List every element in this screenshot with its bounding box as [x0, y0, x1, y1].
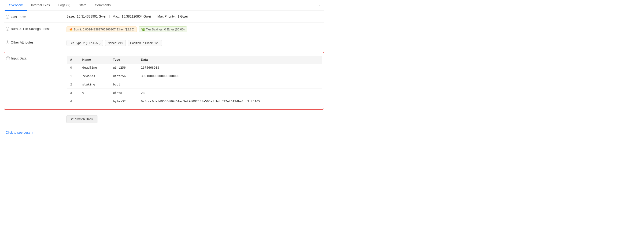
cell-index: 3	[67, 89, 79, 97]
input-data-label: ? Input Data:	[6, 56, 67, 60]
savings-badge: 🌿 Txn Savings: 0 Ether ($0.00)	[139, 26, 187, 32]
other-attributes-label: ? Other Attributes:	[6, 40, 66, 44]
input-data-table-wrapper: # Name Type Data 0 deadline uint256 1675…	[67, 56, 322, 105]
cell-name: staking	[79, 80, 110, 89]
col-header-type: Type	[110, 56, 138, 64]
gas-fees-label-text: Gas Fees:	[11, 15, 26, 19]
gas-separator-1: |	[109, 14, 110, 18]
table-row: 2 staking bool	[67, 80, 322, 89]
switch-back-button[interactable]: ↺ Switch Back	[66, 115, 98, 123]
switch-back-label: Switch Back	[75, 117, 93, 121]
tab-state[interactable]: State	[74, 0, 91, 11]
table-row: 4 r bytes32 0x8ccc6defd9530d86461ec3e29d…	[67, 97, 322, 106]
switch-back-icon: ↺	[71, 117, 74, 121]
cell-name: rewards	[79, 72, 110, 80]
gas-max-priority-label: Max Priority:	[157, 14, 176, 18]
gas-base-label: Base:	[66, 14, 75, 18]
cell-type: uint8	[110, 89, 138, 97]
burnt-fees-help-icon[interactable]: ?	[6, 27, 9, 31]
gas-fees-label: ? Gas Fees:	[6, 14, 66, 19]
other-attributes-row: ? Other Attributes: Txn Type: 2 (EIP-155…	[4, 36, 324, 50]
col-header-name: Name	[79, 56, 110, 64]
table-row: 1 rewards uint256 399100000000000000000	[67, 72, 322, 80]
input-data-help-icon[interactable]: ?	[6, 56, 10, 60]
gas-fees-help-icon[interactable]: ?	[6, 15, 9, 19]
burnt-fees-label-text: Burnt & Txn Savings Fees:	[11, 27, 50, 31]
nonce-pill: Nonce: 219	[105, 40, 126, 46]
tab-bar: Overview Internal Txns Logs (2) State Co…	[4, 0, 324, 11]
cell-data: 28	[138, 89, 322, 97]
gas-fees-row: ? Gas Fees: Base: 15.314333991 Gwei | Ma…	[4, 11, 324, 23]
cell-data: 1675668983	[138, 64, 322, 72]
position-pill: Position In Block: 129	[128, 40, 162, 46]
cell-index: 4	[67, 97, 79, 106]
gas-separator-2: |	[154, 14, 154, 18]
txn-type-pill: Txn Type: 2 (EIP-1559)	[66, 40, 103, 46]
table-row: 0 deadline uint256 1675668983	[67, 64, 322, 72]
burnt-fees-row: ? Burnt & Txn Savings Fees: 🔥 Burnt: 0.0…	[4, 23, 324, 36]
col-header-index: #	[67, 56, 79, 64]
tab-logs[interactable]: Logs (2)	[54, 0, 74, 11]
burnt-badge: 🔥 Burnt: 0.001448383765866807 Ether ($2.…	[66, 26, 137, 32]
cell-type: uint256	[110, 72, 138, 80]
cell-name: v	[79, 89, 110, 97]
input-data-table: # Name Type Data 0 deadline uint256 1675…	[67, 56, 322, 105]
tab-internal-txns[interactable]: Internal Txns	[27, 0, 54, 11]
burnt-fees-label: ? Burnt & Txn Savings Fees:	[6, 26, 66, 31]
cell-data: 399100000000000000000	[138, 72, 322, 80]
see-less-row: Click to see Less ↑	[4, 127, 324, 136]
cell-name: deadline	[79, 64, 110, 72]
gas-max-priority-value: 1 Gwei	[178, 14, 188, 18]
table-header-row: # Name Type Data	[67, 56, 322, 64]
tab-overview[interactable]: Overview	[5, 0, 27, 11]
other-attributes-help-icon[interactable]: ?	[6, 40, 9, 44]
cell-type: uint256	[110, 64, 138, 72]
switch-back-row: ↺ Switch Back	[4, 112, 324, 127]
cell-data: 0x8ccc6defd9530d86461ec3e29d09258fa503ef…	[138, 97, 322, 106]
more-options-icon[interactable]: ⋮	[315, 0, 323, 10]
cell-type: bool	[110, 80, 138, 89]
cell-name: r	[79, 97, 110, 106]
table-row: 3 v uint8 28	[67, 89, 322, 97]
other-attributes-label-text: Other Attributes:	[11, 40, 34, 44]
arrow-up-icon: ↑	[32, 131, 34, 134]
cell-type: bytes32	[110, 97, 138, 106]
see-less-link[interactable]: Click to see Less	[6, 131, 30, 134]
gas-max-value: 15.382120804 Gwei	[122, 14, 151, 18]
gas-max-label: Max:	[113, 14, 120, 18]
input-data-section: ? Input Data: # Name Type Data 0 deadlin…	[4, 52, 324, 110]
tab-comments[interactable]: Comments	[91, 0, 115, 11]
burnt-fees-content: 🔥 Burnt: 0.001448383765866807 Ether ($2.…	[66, 26, 322, 32]
gas-fees-content: Base: 15.314333991 Gwei | Max: 15.382120…	[66, 14, 322, 18]
cell-index: 1	[67, 72, 79, 80]
gas-base-value: 15.314333991 Gwei	[77, 14, 106, 18]
input-data-label-text: Input Data:	[11, 56, 28, 60]
cell-index: 0	[67, 64, 79, 72]
cell-data	[138, 80, 322, 89]
col-header-data: Data	[138, 56, 322, 64]
other-attributes-content: Txn Type: 2 (EIP-1559) Nonce: 219 Positi…	[66, 40, 322, 46]
cell-index: 2	[67, 80, 79, 89]
